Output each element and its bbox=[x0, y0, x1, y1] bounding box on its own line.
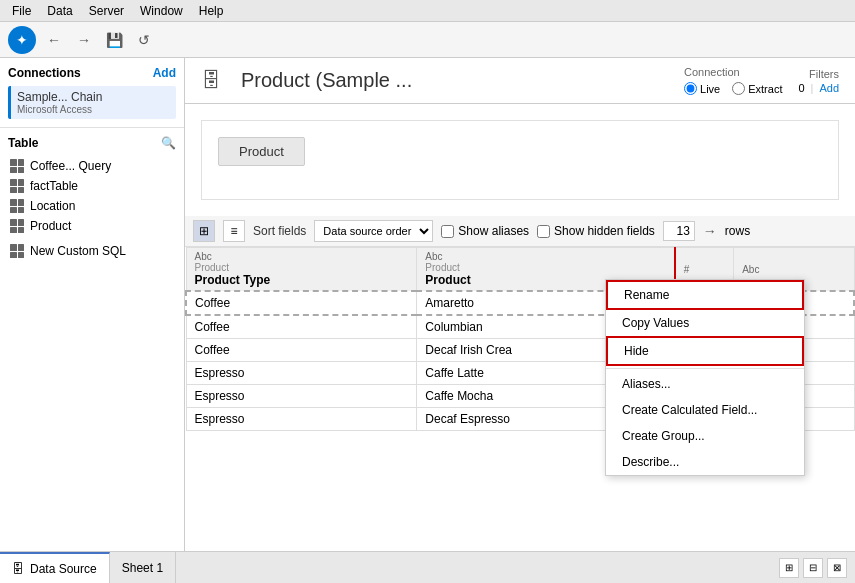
sheet-1-tab[interactable]: Sheet 1 bbox=[110, 552, 176, 583]
context-menu: Rename Copy Values Hide Aliases... Creat… bbox=[605, 279, 805, 476]
cell-product-type-0: Coffee bbox=[186, 291, 417, 315]
connections-panel: Connections Add Sample... Chain Microsof… bbox=[0, 58, 184, 128]
table-item-product[interactable]: Product bbox=[8, 216, 176, 236]
toolbar: ✦ ← → 💾 ↺ bbox=[0, 22, 855, 58]
back-button[interactable]: ← bbox=[42, 28, 66, 52]
table-name-product: Product bbox=[30, 219, 71, 233]
cell-product-type-2: Coffee bbox=[186, 339, 417, 362]
sidebar: Connections Add Sample... Chain Microsof… bbox=[0, 58, 185, 551]
save-button[interactable]: 💾 bbox=[102, 28, 126, 52]
table-grid-icon bbox=[10, 159, 24, 173]
grid-view-button[interactable]: ⊞ bbox=[193, 220, 215, 242]
main-content: 🗄 Product (Sample ... Connection Live Ex… bbox=[185, 58, 855, 551]
context-menu-item-describe[interactable]: Describe... bbox=[606, 449, 804, 475]
add-filter-link[interactable]: Add bbox=[819, 82, 839, 94]
live-radio-option[interactable]: Live bbox=[684, 82, 720, 95]
col-name-product-type: Product Type bbox=[195, 273, 271, 287]
duplicate-sheet-button[interactable]: ⊠ bbox=[827, 558, 847, 578]
table-name-coffee: Coffee... Query bbox=[30, 159, 111, 173]
connection-name: Sample... Chain bbox=[17, 90, 170, 104]
show-aliases-checkbox[interactable] bbox=[441, 225, 454, 238]
cell-product-type-4: Espresso bbox=[186, 385, 417, 408]
context-menu-separator bbox=[606, 368, 804, 369]
app-layout: Connections Add Sample... Chain Microsof… bbox=[0, 58, 855, 551]
table-item-coffee[interactable]: Coffee... Query bbox=[8, 156, 176, 176]
menu-server[interactable]: Server bbox=[81, 2, 132, 20]
connection-options: Connection Live Extract bbox=[684, 66, 782, 95]
canvas-area: Product bbox=[201, 120, 839, 200]
datasource-tab-icon: 🗄 bbox=[12, 562, 24, 576]
datasource-icon: 🗄 bbox=[201, 69, 221, 92]
table-section-label: Table bbox=[8, 136, 38, 150]
data-source-tab-label: Data Source bbox=[30, 562, 97, 576]
context-menu-item-copy[interactable]: Copy Values bbox=[606, 310, 804, 336]
extract-label: Extract bbox=[748, 83, 782, 95]
sort-fields-label: Sort fields bbox=[253, 224, 306, 238]
context-menu-item-calculated[interactable]: Create Calculated Field... bbox=[606, 397, 804, 423]
menu-file[interactable]: File bbox=[4, 2, 39, 20]
rows-label: rows bbox=[725, 224, 750, 238]
list-view-button[interactable]: ≡ bbox=[223, 220, 245, 242]
connection-label: Connection bbox=[684, 66, 782, 78]
extract-radio[interactable] bbox=[732, 82, 745, 95]
sort-select[interactable]: Data source order bbox=[314, 220, 433, 242]
data-source-tab[interactable]: 🗄 Data Source bbox=[0, 552, 110, 583]
table-item-location[interactable]: Location bbox=[8, 196, 176, 216]
rows-input[interactable] bbox=[663, 221, 695, 241]
canvas-wrapper: Product bbox=[185, 104, 855, 216]
tables-panel: Table 🔍 Coffee... Query factTable Loc bbox=[0, 128, 184, 551]
status-bar: 🗄 Data Source Sheet 1 ⊞ ⊟ ⊠ bbox=[0, 551, 855, 583]
live-radio[interactable] bbox=[684, 82, 697, 95]
context-menu-item-hide[interactable]: Hide bbox=[606, 336, 804, 366]
col-type-product-type: Abc bbox=[195, 251, 409, 262]
custom-sql-icon bbox=[10, 244, 24, 258]
filters-panel: Filters 0 | Add bbox=[798, 68, 839, 94]
filters-count: 0 bbox=[798, 82, 804, 94]
add-sheet-button[interactable]: ⊟ bbox=[803, 558, 823, 578]
show-aliases-option[interactable]: Show aliases bbox=[441, 224, 529, 238]
live-label: Live bbox=[700, 83, 720, 95]
status-actions: ⊞ ⊟ ⊠ bbox=[771, 558, 855, 578]
menu-window[interactable]: Window bbox=[132, 2, 191, 20]
app-icon: ✦ bbox=[8, 26, 36, 54]
rows-arrow: → bbox=[703, 223, 717, 239]
context-menu-item-group[interactable]: Create Group... bbox=[606, 423, 804, 449]
menu-help[interactable]: Help bbox=[191, 2, 232, 20]
sheet-1-tab-label: Sheet 1 bbox=[122, 561, 163, 575]
cell-product-type-5: Espresso bbox=[186, 408, 417, 431]
col-name-product: Product bbox=[425, 273, 470, 287]
menu-data[interactable]: Data bbox=[39, 2, 80, 20]
refresh-button[interactable]: ↺ bbox=[132, 28, 156, 52]
col-source-product: Product bbox=[425, 262, 665, 273]
table-grid-icon bbox=[10, 219, 24, 233]
table-name-facttable: factTable bbox=[30, 179, 78, 193]
col-header-product-type: Abc Product Product Type bbox=[186, 248, 417, 292]
col-type-product: Abc bbox=[425, 251, 665, 262]
grid-area: Abc Product Product Type Abc Product Pro… bbox=[185, 247, 855, 551]
new-custom-sql-button[interactable]: New Custom SQL bbox=[8, 240, 176, 262]
col-type-num: # bbox=[684, 264, 725, 275]
show-hidden-option[interactable]: Show hidden fields bbox=[537, 224, 655, 238]
datasource-header: 🗄 Product (Sample ... Connection Live Ex… bbox=[185, 58, 855, 104]
context-menu-item-rename[interactable]: Rename bbox=[606, 280, 804, 310]
add-connection-link[interactable]: Add bbox=[153, 66, 176, 80]
table-grid-icon bbox=[10, 199, 24, 213]
connection-type: Microsoft Access bbox=[17, 104, 170, 115]
datasource-title: Product (Sample ... bbox=[241, 69, 412, 92]
canvas-table-chip[interactable]: Product bbox=[218, 137, 305, 166]
col-type-abc: Abc bbox=[742, 264, 845, 275]
connection-item[interactable]: Sample... Chain Microsoft Access bbox=[8, 86, 176, 119]
filters-count-row: 0 | Add bbox=[798, 82, 839, 94]
forward-button[interactable]: → bbox=[72, 28, 96, 52]
context-menu-item-aliases[interactable]: Aliases... bbox=[606, 371, 804, 397]
cell-product-type-3: Espresso bbox=[186, 362, 417, 385]
cell-product-type-1: Coffee bbox=[186, 315, 417, 339]
add-datasource-button[interactable]: ⊞ bbox=[779, 558, 799, 578]
extract-radio-option[interactable]: Extract bbox=[732, 82, 782, 95]
table-name-location: Location bbox=[30, 199, 75, 213]
grid-toolbar: ⊞ ≡ Sort fields Data source order Show a… bbox=[185, 216, 855, 247]
table-item-facttable[interactable]: factTable bbox=[8, 176, 176, 196]
show-hidden-label: Show hidden fields bbox=[554, 224, 655, 238]
search-tables-button[interactable]: 🔍 bbox=[161, 136, 176, 150]
show-hidden-checkbox[interactable] bbox=[537, 225, 550, 238]
